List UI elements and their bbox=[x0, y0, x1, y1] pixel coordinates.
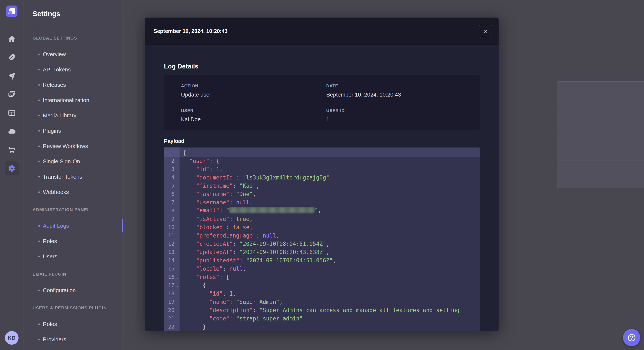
help-icon bbox=[627, 333, 636, 342]
field-label: DATE bbox=[326, 83, 480, 88]
line-number: 9 bbox=[164, 216, 180, 222]
nav-section-label: EMAIL PLUGIN bbox=[32, 272, 122, 277]
fold-chevron-icon[interactable]: ⌄ bbox=[176, 159, 179, 163]
settings-gear-icon bbox=[8, 164, 16, 173]
line-number: 3 bbox=[164, 166, 180, 172]
code-text: "blocked": false, bbox=[180, 224, 253, 230]
rail-item-feather[interactable] bbox=[5, 50, 19, 64]
log-detail-field: USERKai Doe bbox=[181, 108, 326, 123]
redacted-email-value bbox=[229, 207, 314, 213]
code-line: 8 "email": "", bbox=[164, 206, 480, 215]
line-number: 14 bbox=[164, 257, 180, 263]
line-number: 8 bbox=[164, 207, 180, 214]
sidebar-item-single-sign-on[interactable]: Single Sign-On bbox=[32, 154, 122, 169]
sidebar-item-internationalization[interactable]: Internationalization bbox=[32, 93, 122, 108]
sidebar-item-releases[interactable]: Releases bbox=[32, 77, 122, 93]
bullet-icon bbox=[38, 69, 40, 70]
fold-chevron-icon[interactable]: ⌄ bbox=[176, 275, 179, 279]
bullet-icon bbox=[38, 339, 40, 340]
media-library-icon bbox=[8, 90, 16, 98]
sidebar-item-label: API Tokens bbox=[43, 66, 71, 73]
line-number: 10 bbox=[164, 224, 180, 230]
sidebar-item-overview[interactable]: Overview bbox=[32, 47, 122, 62]
bullet-icon bbox=[38, 100, 40, 101]
bullet-icon bbox=[38, 290, 40, 291]
code-line: 21 "code": "strapi-super-admin" bbox=[164, 314, 480, 323]
rail-icon-list bbox=[5, 32, 19, 180]
avatar[interactable]: KD bbox=[5, 331, 18, 345]
code-text: { bbox=[180, 282, 206, 289]
payload-json-viewer[interactable]: 1⌄{2⌄ "user": {3 "id": 1,4 "documentId":… bbox=[164, 147, 480, 331]
rail-item-cart[interactable] bbox=[5, 143, 19, 157]
code-text: "locale": null, bbox=[180, 266, 246, 272]
sidebar-item-media-library[interactable]: Media Library bbox=[32, 108, 122, 123]
code-line: 13 "updatedAt": "2024-09-10T08:20:43.638… bbox=[164, 248, 480, 256]
line-number: 12 bbox=[164, 241, 180, 247]
code-text: "code": "strapi-super-admin" bbox=[180, 315, 303, 322]
code-text: "name": "Super Admin", bbox=[180, 299, 283, 305]
line-number: 5 bbox=[164, 183, 180, 189]
payload-code-lines: 1⌄{2⌄ "user": {3 "id": 1,4 "documentId":… bbox=[164, 147, 480, 331]
log-detail-field: USER ID1 bbox=[326, 108, 480, 123]
bullet-icon bbox=[38, 191, 40, 193]
code-text: "description": "Super Admins can access … bbox=[180, 307, 459, 313]
code-line: 14 "publishedAt": "2024-09-10T08:04:51.0… bbox=[164, 256, 480, 265]
sidebar-item-users[interactable]: Users bbox=[32, 249, 122, 264]
sidebar-item-label: Transfer Tokens bbox=[43, 174, 82, 180]
fold-chevron-icon[interactable]: ⌄ bbox=[176, 283, 179, 288]
help-button[interactable] bbox=[623, 329, 640, 346]
code-text: { bbox=[180, 150, 186, 156]
bullet-icon bbox=[38, 240, 40, 242]
strapi-logo[interactable] bbox=[6, 5, 18, 17]
log-details-heading: Log Details bbox=[164, 45, 480, 70]
sidebar-item-plugins[interactable]: Plugins bbox=[32, 123, 122, 138]
rail-item-settings-gear[interactable] bbox=[5, 161, 19, 175]
sidebar-item-webhooks[interactable]: Webhooks bbox=[32, 184, 122, 200]
sidebar-item-review-workflows[interactable]: Review Workflows bbox=[32, 138, 122, 154]
line-number: 18 bbox=[164, 291, 180, 297]
rail-item-send[interactable] bbox=[5, 69, 19, 83]
bullet-icon bbox=[38, 84, 40, 86]
field-label: USER bbox=[181, 108, 326, 113]
table-row bbox=[557, 133, 644, 161]
rail-item-cloud[interactable] bbox=[5, 124, 19, 138]
sidebar-item-api-tokens[interactable]: API Tokens bbox=[32, 62, 122, 77]
sidebar-item-audit-logs[interactable]: Audit Logs bbox=[32, 218, 122, 233]
modal-header: September 10, 2024, 10:20:43 bbox=[145, 18, 498, 45]
line-number: 16⌄ bbox=[164, 274, 180, 280]
sidebar-item-configuration[interactable]: Configuration bbox=[32, 283, 122, 298]
rail-item-media-library[interactable] bbox=[5, 87, 19, 101]
sidebar-item-label: Single Sign-On bbox=[43, 158, 80, 165]
sidebar-item-transfer-tokens[interactable]: Transfer Tokens bbox=[32, 169, 122, 184]
cloud-icon bbox=[8, 127, 16, 136]
bullet-icon bbox=[38, 115, 40, 116]
send-icon bbox=[8, 72, 16, 80]
table-row bbox=[557, 161, 644, 188]
table-row bbox=[557, 106, 644, 133]
code-line: 12 "createdAt": "2024-09-10T08:04:51.054… bbox=[164, 240, 480, 248]
sidebar-item-roles[interactable]: Roles bbox=[32, 233, 122, 249]
line-number: 6 bbox=[164, 191, 180, 197]
close-button[interactable] bbox=[479, 25, 492, 38]
sidebar-item-label: Providers bbox=[43, 336, 66, 343]
code-line: 16⌄ "roles": [ bbox=[164, 273, 480, 281]
field-value: Update user bbox=[181, 91, 326, 98]
bullet-icon bbox=[38, 54, 40, 55]
sidebar-item-roles[interactable]: Roles bbox=[32, 316, 122, 332]
sidebar-item-label: Releases bbox=[43, 82, 66, 88]
code-line: 19 "name": "Super Admin", bbox=[164, 298, 480, 306]
code-line: 1⌄{ bbox=[164, 149, 480, 157]
sidebar-item-label: Audit Logs bbox=[43, 223, 69, 229]
rail-divider bbox=[0, 24, 24, 24]
rail-item-layout[interactable] bbox=[5, 106, 19, 120]
code-line: 2⌄ "user": { bbox=[164, 157, 480, 165]
nav-section-label: ADMINISTRATION PANEL bbox=[32, 207, 122, 212]
line-number: 7 bbox=[164, 199, 180, 205]
code-text: "preferedLanguage": null, bbox=[180, 232, 280, 239]
code-text: } bbox=[180, 324, 206, 330]
rail-item-home[interactable] bbox=[5, 32, 19, 46]
fold-chevron-icon[interactable]: ⌄ bbox=[176, 151, 179, 155]
code-text: "updatedAt": "2024-09-10T08:20:43.638Z", bbox=[180, 249, 330, 255]
sidebar-item-providers[interactable]: Providers bbox=[32, 332, 122, 347]
cart-icon bbox=[8, 146, 16, 154]
